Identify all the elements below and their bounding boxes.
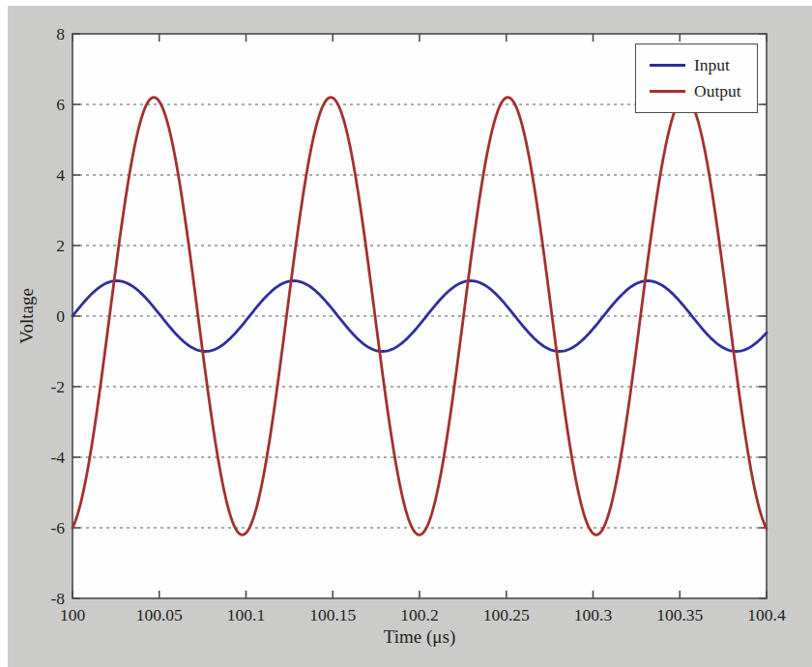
- x-tick-label: 100.25: [483, 605, 530, 624]
- x-axis-label: Time (μs): [384, 626, 455, 648]
- y-tick-label: -2: [50, 377, 65, 396]
- y-tick-label: 0: [56, 306, 65, 326]
- legend-item-output: Output: [650, 83, 747, 101]
- output-line-swatch: [650, 90, 685, 93]
- y-tick-label: 2: [56, 236, 65, 255]
- y-tick-label: 6: [56, 95, 65, 114]
- x-tick-label: 100.3: [574, 605, 613, 624]
- x-tick-label: 100.35: [656, 605, 703, 624]
- x-tick-label: 100.05: [136, 605, 183, 624]
- y-tick-label: -8: [50, 589, 65, 608]
- x-tick-label: 100.1: [227, 605, 265, 624]
- y-tick-label: -4: [50, 448, 65, 467]
- x-tick-label: 100.4: [747, 605, 786, 624]
- x-tick-label: 100.2: [400, 605, 438, 624]
- y-axis-label: Voltage: [16, 288, 38, 344]
- legend-label-input: Input: [694, 57, 730, 74]
- legend-item-input: Input: [650, 57, 747, 74]
- x-tick-label: 100.15: [309, 605, 356, 624]
- legend: Input Output: [635, 44, 758, 113]
- legend-label-output: Output: [694, 83, 741, 101]
- y-tick-label: -6: [50, 518, 65, 537]
- y-tick-label: 4: [56, 165, 65, 185]
- y-tick-label: 8: [56, 24, 65, 44]
- input-line-swatch: [650, 64, 685, 67]
